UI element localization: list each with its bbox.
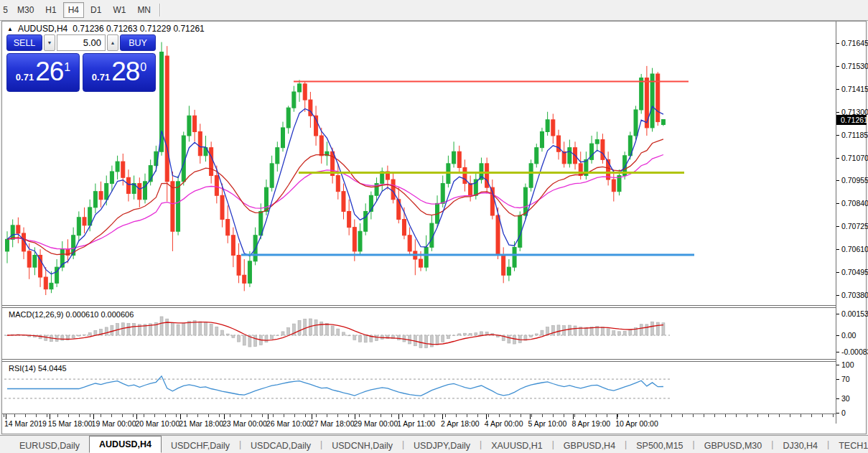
- toolbar-separator: [159, 4, 160, 17]
- sell-price-prefix: 0.71: [16, 72, 34, 83]
- rsi-axis-label: 30: [841, 394, 850, 403]
- time-axis-label: 19 Mar 00:00: [92, 419, 136, 428]
- chart-symbol-label: AUDUSD,H4: [18, 24, 67, 34]
- price-axis-label: 0.71530: [841, 62, 868, 70]
- sell-button[interactable]: SELL: [6, 34, 42, 51]
- pane-splitter[interactable]: [2, 359, 866, 362]
- time-axis-major-tick: [136, 414, 137, 419]
- chart-tab-USDJPY-Daily[interactable]: USDJPY,Daily: [404, 438, 480, 453]
- timeframe-button-D1[interactable]: D1: [85, 2, 106, 18]
- price-axis[interactable]: 0.716450.715300.714150.713000.711850.710…: [836, 22, 866, 424]
- chevron-up-icon: ▲: [111, 40, 116, 45]
- time-axis-label: 26 Mar 10:00: [266, 419, 311, 428]
- chart-tab-TECH100-H1[interactable]: TECH100,H1: [829, 438, 868, 453]
- axis-tick-mark: [836, 379, 839, 380]
- timeframe-button-H4[interactable]: H4: [63, 2, 84, 18]
- axis-tick-mark: [836, 314, 839, 314]
- time-axis-label: 10 Apr 00:00: [615, 419, 658, 428]
- buy-price-button[interactable]: 0.71 28 0: [83, 53, 156, 92]
- macd-axis-label: 0.00: [841, 331, 856, 340]
- time-axis-major-tick: [355, 414, 355, 419]
- time-axis-major-tick: [398, 414, 399, 419]
- chart-tab-DJ30-H4[interactable]: DJ30,H4: [773, 438, 827, 453]
- time-axis-major-tick: [50, 414, 50, 419]
- chart-title-ohlc: ▲ AUDUSD,H4 0.71236 0.71263 0.71229 0.71…: [7, 24, 205, 34]
- axis-tick-mark: [836, 413, 839, 414]
- time-axis-label: 2 Apr 18:00: [441, 419, 480, 428]
- rsi-axis-label: 100: [841, 360, 854, 369]
- volume-decrease-button[interactable]: ▼: [44, 34, 55, 51]
- price-axis-label: 0.70725: [841, 222, 868, 230]
- timeframe-button-W1[interactable]: W1: [108, 2, 131, 18]
- time-axis-label: 8 Apr 19:00: [571, 419, 610, 428]
- timeframe-button-M30[interactable]: M30: [12, 2, 39, 18]
- time-axis-major-tick: [6, 414, 6, 419]
- time-axis-major-tick: [312, 414, 312, 419]
- time-axis-label: 20 Mar 10:00: [135, 419, 179, 428]
- axis-tick-mark: [836, 352, 839, 352]
- price-axis-label: 0.70955: [841, 176, 868, 185]
- time-axis-major-tick: [180, 414, 181, 419]
- sell-price-button[interactable]: 0.71 26 1: [6, 53, 80, 92]
- mt4-window: 5M30H1H4D1W1MN ▲ AUDUSD,H4 0.71236 0.712…: [0, 0, 868, 453]
- time-axis-label: 4 Apr 00:00: [485, 419, 523, 428]
- price-axis-label: 0.71185: [841, 131, 868, 139]
- time-axis-label: 14 Mar 2019: [4, 419, 47, 428]
- price-axis-label: 0.70495: [841, 268, 868, 276]
- time-axis-label: 21 Mar 18:00: [179, 419, 223, 428]
- chart-tab-SP500-M15[interactable]: SP500,M15: [627, 438, 692, 453]
- time-axis-major-tick: [617, 414, 617, 419]
- time-axis[interactable]: 14 Mar 201915 Mar 18:0019 Mar 00:0020 Ma…: [2, 414, 866, 434]
- chart-tab-bar: EURUSD,DailyAUDUSD,H4USDCHF,Daily|USDCAD…: [0, 435, 868, 453]
- axis-tick-mark: [836, 66, 839, 67]
- volume-increase-button[interactable]: ▲: [107, 34, 118, 51]
- chart-tab-GBPUSD-M30[interactable]: GBPUSD,M30: [695, 438, 772, 453]
- macd-axis-label: -0.00083: [841, 347, 868, 356]
- one-click-panel-toggle-icon[interactable]: ▲: [7, 26, 13, 32]
- sell-price-big-digits: 26: [35, 55, 63, 88]
- macd-histogram-layer: [6, 317, 665, 348]
- chart-tab-USDCNH-Daily[interactable]: USDCNH,Daily: [322, 438, 402, 453]
- time-axis-label: 27 Mar 18:00: [310, 419, 355, 428]
- rsi-axis-label: 70: [841, 375, 850, 383]
- axis-tick-mark: [836, 295, 839, 296]
- buy-price-prefix: 0.71: [92, 72, 110, 83]
- price-axis-label: 0.71645: [841, 39, 868, 47]
- chart-tab-EURUSD-Daily[interactable]: EURUSD,Daily: [10, 438, 89, 453]
- buy-button[interactable]: BUY: [120, 34, 156, 51]
- chart-tab-USDCAD-Daily[interactable]: USDCAD,Daily: [241, 438, 320, 453]
- timeframe-button-MN[interactable]: MN: [132, 2, 156, 18]
- timeframe-button-H1[interactable]: H1: [40, 2, 61, 18]
- rsi-axis-label: 0: [841, 408, 846, 417]
- axis-tick-mark: [836, 272, 839, 273]
- axis-tick-mark: [836, 43, 839, 44]
- time-axis-major-tick: [530, 414, 531, 419]
- timeframe-toolbar: 5M30H1H4D1W1MN: [0, 0, 868, 21]
- timeframe-button-5[interactable]: 5: [1, 2, 11, 18]
- time-axis-label: 23 Mar 00:00: [223, 419, 267, 428]
- chevron-down-icon: ▼: [47, 40, 52, 45]
- macd-indicator-label: MACD(12,26,9) 0.000610 0.000606: [9, 310, 134, 319]
- axis-tick-mark: [836, 135, 839, 136]
- time-axis-label: 5 Apr 10:00: [528, 419, 567, 428]
- chart-tab-USDCHF-Daily[interactable]: USDCHF,Daily: [162, 438, 239, 453]
- axis-tick-mark: [836, 158, 839, 159]
- price-axis-label: 0.70840: [841, 199, 868, 207]
- pane-splitter[interactable]: [2, 305, 866, 308]
- axis-tick-mark: [836, 203, 839, 204]
- axis-tick-mark: [836, 89, 839, 90]
- axis-tick-mark: [836, 365, 839, 365]
- time-axis-major-tick: [268, 414, 269, 419]
- volume-input[interactable]: [57, 34, 106, 51]
- sell-price-pip-digit: 1: [64, 55, 70, 74]
- axis-tick-mark: [836, 112, 839, 113]
- price-axis-label: 0.70610: [841, 245, 868, 253]
- chart-tab-XAUUSD-H1[interactable]: XAUUSD,H1: [482, 438, 552, 453]
- rsi-pane[interactable]: [3, 362, 836, 414]
- chart-tab-AUDUSD-H4[interactable]: AUDUSD,H4: [89, 436, 162, 453]
- axis-tick-mark: [836, 335, 839, 336]
- price-axis-label: 0.71415: [841, 85, 868, 93]
- buy-price-pip-digit: 0: [140, 55, 146, 74]
- chart-tab-GBPUSD-H4[interactable]: GBPUSD,H4: [554, 438, 625, 453]
- time-axis-major-tick: [224, 414, 225, 419]
